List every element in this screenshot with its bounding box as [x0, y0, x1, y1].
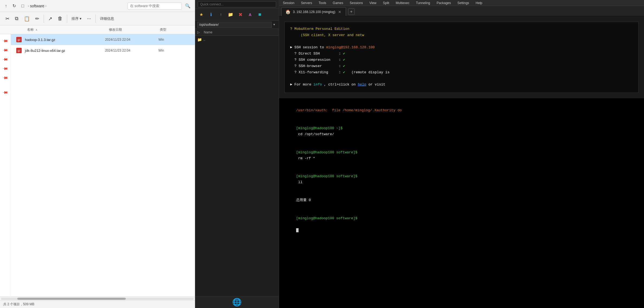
breadcrumb-folder[interactable]: software [30, 4, 44, 8]
cursor [296, 228, 299, 232]
pin-item-3[interactable]: 📌 [0, 54, 11, 65]
file-name: jdk-8u212-linux-x64.tar.gz [25, 49, 105, 53]
pin-item-5[interactable]: 📌 [0, 72, 11, 83]
terminal-line: [minglog@hadoop100 ~]$ cd /opt/software/ [283, 119, 640, 143]
menu-games[interactable]: Games [331, 1, 345, 5]
welcome-x11: ? X11-forwarding : ✔ (remote display is [290, 70, 633, 75]
share-button[interactable]: ↗ [46, 15, 54, 23]
search-button[interactable]: 🔍 [184, 2, 192, 9]
sftp-file-name: .. [203, 38, 277, 42]
nav-refresh-button[interactable]: ↻ [11, 2, 18, 9]
tab-add-button[interactable]: + [348, 8, 355, 15]
rename-button[interactable]: ✏ [33, 15, 41, 23]
paste-icon: 📋 [24, 16, 30, 22]
menu-tunneling[interactable]: Tunneling [414, 1, 432, 5]
sftp-path-dropdown-button[interactable]: ▼ [272, 23, 277, 27]
copy-button[interactable]: ⧉ [13, 15, 21, 23]
menu-multiexec[interactable]: Multiexec [394, 1, 411, 5]
sftp-file-list: 📁 .. [195, 36, 279, 296]
terminal-output[interactable]: /usr/bin/xauth: file /home/minglog/.Xaut… [279, 98, 644, 308]
column-headers: 名称 ∧ 修改日期 类型 [0, 26, 195, 34]
terminal-line: /usr/bin/xauth: file /home/minglog/.Xaut… [283, 101, 640, 119]
col-date-header[interactable]: 修改日期 [109, 27, 160, 32]
details-button[interactable]: 详细信息 [98, 15, 116, 22]
sftp-bookmark-button[interactable]: ★ [197, 11, 205, 18]
nav-window-button[interactable]: □ [20, 2, 26, 9]
welcome-ssh-browser: ? SSH-browser : ✔ [290, 63, 633, 69]
menu-help[interactable]: Help [474, 1, 484, 5]
sftp-folder-button[interactable]: 📁 [226, 11, 235, 18]
sftp-col-name-label: Name [204, 30, 277, 34]
col-name-header[interactable]: 名称 ∧ [27, 27, 109, 32]
pin-item-6[interactable]: 📌 [0, 87, 11, 98]
sort-dropdown-icon: ▾ [80, 17, 82, 21]
sftp-quickconnect-input[interactable] [198, 1, 276, 7]
toolbar-separator2 [67, 15, 67, 23]
breadcrumb-arrow: › [28, 4, 29, 8]
scrollbar-track [1, 298, 194, 300]
tab-label: 3. 192.168.128.100 (minglog) [293, 10, 335, 14]
terminal-panel: Session Servers Tools Games Sessions Vie… [279, 0, 644, 308]
welcome-more-info [290, 76, 633, 81]
sftp-toolbar: ★ ℹ ↑ 📁 ✖ A ■ [195, 9, 279, 21]
tab-close-button[interactable]: ✕ [338, 10, 342, 14]
menu-split[interactable]: Split [381, 1, 391, 5]
nav-up-button[interactable]: ↑ [3, 2, 9, 9]
paste-button[interactable]: 📋 [22, 15, 32, 23]
sort-button[interactable]: 排序 ▾ [69, 15, 84, 22]
sftp-delete-button[interactable]: ✖ [236, 11, 244, 18]
svg-text:gz: gz [18, 49, 21, 52]
col-type-header[interactable]: 类型 [160, 27, 190, 32]
cut-icon: ✂ [5, 16, 9, 22]
pin-item-2[interactable]: 📌 [0, 45, 11, 55]
statusbar: 共 2 个项目，509 MB [0, 300, 195, 308]
menu-tools[interactable]: Tools [317, 1, 328, 5]
file-icon: gz [15, 36, 23, 43]
file-date: 2024/11/23 22:04 [105, 38, 158, 42]
sftp-info-button[interactable]: ℹ [207, 11, 215, 18]
sftp-folder-icon: 📁 [197, 37, 202, 42]
search-input[interactable] [128, 2, 182, 9]
pin-item-1[interactable]: 📌 [0, 35, 11, 46]
sftp-upload-button[interactable]: ↑ [217, 11, 225, 18]
file-explorer: ↑ ↻ □ › software › 🔍 ✂ ⧉ 📋 ✏ ↗ 🗑 [0, 0, 195, 308]
welcome-line-1: ? MobaXterm Personal Edition [290, 26, 633, 32]
menu-packages[interactable]: Packages [435, 1, 453, 5]
menu-view[interactable]: View [368, 1, 378, 5]
table-row[interactable]: gz hadoop-3.1.3.tar.gz 2024/11/23 22:04 … [11, 34, 195, 45]
horizontal-scrollbar[interactable] [0, 297, 195, 300]
menu-sessions[interactable]: Sessions [348, 1, 365, 5]
share-icon: ↗ [48, 16, 52, 22]
explorer-titlebar: ↑ ↻ □ › software › 🔍 [0, 0, 195, 12]
sftp-column-header: ▷ Name [195, 29, 279, 36]
delete-icon: 🗑 [58, 16, 63, 21]
sftp-path-bar: ▼ [195, 21, 279, 29]
pin-sidebar: 📌 📌 📌 📌 📌 📌 [0, 34, 11, 297]
list-item[interactable]: 📁 .. [195, 36, 279, 43]
menu-session[interactable]: Session [281, 1, 296, 5]
cut-button[interactable]: ✂ [3, 15, 12, 23]
welcome-ssh-compression: ? SSH compression : ✔ [290, 57, 633, 63]
scrollbar-thumb[interactable] [17, 298, 126, 300]
table-row[interactable]: gz jdk-8u212-linux-x64.tar.gz 2024/11/23… [11, 45, 195, 56]
breadcrumb: › software › [28, 4, 125, 8]
sort-label: 排序 [72, 16, 79, 21]
breadcrumb-arrow2: › [46, 4, 47, 8]
welcome-direct-ssh: ? Direct SSH : ✔ [290, 51, 633, 57]
rename-icon: ✏ [35, 16, 39, 22]
delete-button[interactable]: 🗑 [56, 15, 65, 23]
sftp-rename-button[interactable]: A [246, 11, 254, 18]
svg-text:gz: gz [18, 38, 21, 41]
sftp-path-input[interactable] [197, 22, 272, 28]
help-link[interactable]: help [358, 82, 366, 87]
menu-settings[interactable]: Settings [456, 1, 471, 5]
details-label: 详细信息 [100, 16, 114, 21]
menu-servers[interactable]: Servers [299, 1, 314, 5]
item-count: 共 2 个项目，509 MB [3, 302, 34, 307]
sftp-settings-button[interactable]: ■ [256, 11, 264, 18]
explorer-toolbar: ✂ ⧉ 📋 ✏ ↗ 🗑 排序 ▾ ··· 详细信息 [0, 12, 195, 26]
tab-ssh-session[interactable]: 🏠 3. 192.168.128.100 (minglog) ✕ [281, 7, 346, 16]
more-button[interactable]: ··· [85, 15, 93, 23]
pin-item-4[interactable]: 📌 [0, 63, 11, 74]
file-type: Win [158, 49, 190, 52]
